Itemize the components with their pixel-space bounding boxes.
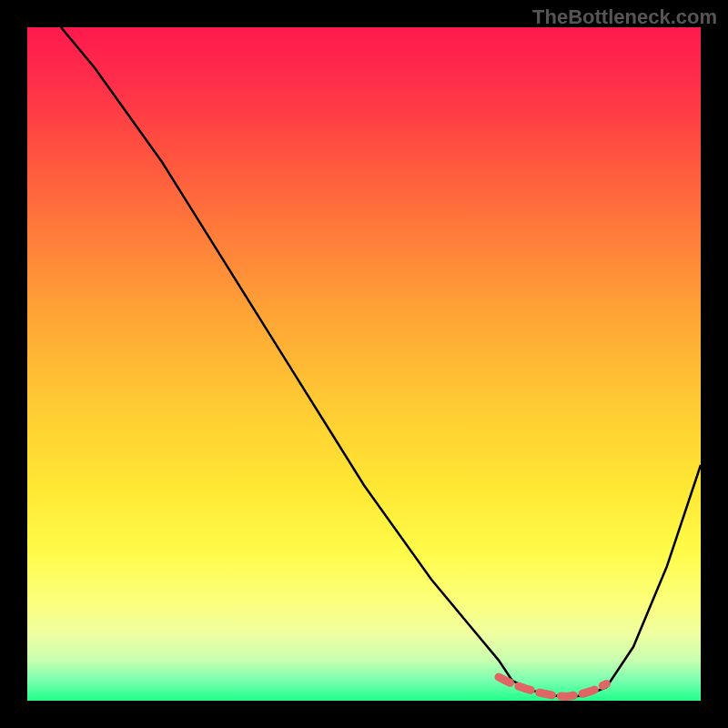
watermark-text: TheBottleneck.com [532,5,717,29]
chart-svg [27,27,701,701]
optimal-highlight-path [499,677,606,697]
chart-plot-area [27,27,701,701]
bottleneck-curve-path [61,27,701,697]
